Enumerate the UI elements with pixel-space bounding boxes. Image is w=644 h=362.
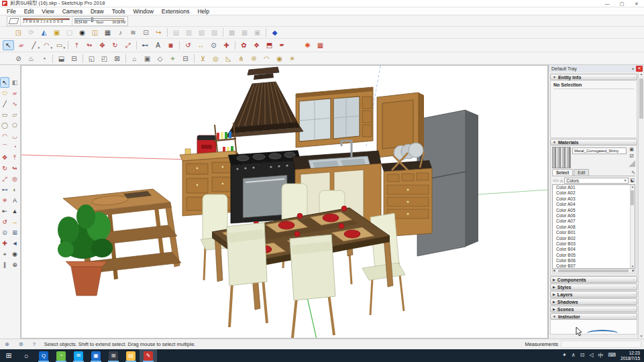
texture-box-icon[interactable]: ◫ (89, 27, 101, 38)
tray-keyboard-icon[interactable]: ⌨ (608, 352, 616, 359)
scrollbar-thumb[interactable] (639, 78, 643, 119)
browser-q-icon[interactable]: Q (35, 349, 52, 362)
style-ink-icon[interactable]: ✒ (276, 40, 288, 50)
potted-plant[interactable] (58, 204, 113, 296)
lumion-grid-icon[interactable]: ▦ (315, 40, 326, 50)
orbit-tool[interactable]: ↺ (0, 217, 9, 227)
vray-icon[interactable]: ◆ (269, 27, 280, 38)
rotate-tool[interactable]: ↻ (109, 40, 121, 50)
viewport-3d-scene[interactable] (21, 66, 548, 339)
color-list-item[interactable]: Color A04 (553, 202, 635, 207)
home-icon[interactable]: ⌂ (560, 178, 563, 183)
select-tool[interactable]: ↖ (3, 40, 14, 50)
wall-cabinet-glass[interactable] (296, 87, 373, 147)
share-model-icon[interactable]: ◭ (38, 27, 50, 38)
menu-help[interactable]: Help (193, 7, 213, 15)
sun-icon[interactable]: ☀ (286, 54, 298, 64)
tray-scrollbar[interactable]: ▲ ▼ (638, 72, 644, 339)
circle-tool[interactable]: ◯ (0, 120, 9, 131)
help-icon[interactable]: ? (32, 341, 35, 347)
minimize-button[interactable]: — (600, 0, 614, 7)
plugin-icon-4[interactable]: ▨ (209, 27, 220, 38)
section-plane-tool[interactable]: ⊕ (10, 259, 19, 270)
material-red-icon[interactable]: ✿ (238, 40, 250, 50)
rectangle-tool[interactable]: ▭ (0, 109, 9, 120)
follow-me-tool[interactable]: ↬ (84, 40, 95, 50)
measurements-field[interactable] (561, 341, 641, 348)
browser-360-icon[interactable]: ◔ (52, 349, 70, 362)
maximize-button[interactable]: ▢ (614, 0, 629, 7)
follow-me-tool[interactable]: ↬ (10, 163, 19, 174)
plugin-icon-2[interactable]: ▥ (183, 27, 195, 38)
details-icon[interactable]: ⬕ (630, 178, 635, 183)
eraser-tool[interactable]: ▰ (15, 40, 27, 50)
color-list-item[interactable]: Color B04 (553, 247, 635, 252)
menu-view[interactable]: View (38, 7, 58, 15)
color-list-item[interactable]: Color A06 (553, 213, 635, 219)
plugin-icon-7[interactable]: ▣ (252, 27, 263, 38)
menu-camera[interactable]: Camera (58, 7, 87, 15)
app-blue-icon[interactable]: ▣ (87, 349, 105, 362)
credits-icon[interactable]: ⊚ (19, 341, 23, 347)
dining-chair-front-left[interactable] (227, 223, 267, 327)
comment-icon[interactable]: ⊡ (140, 27, 152, 38)
dimension-tool[interactable]: ⇤ (0, 206, 9, 217)
send-to-layout-icon[interactable]: ⬒ (264, 40, 275, 50)
xray-icon[interactable]: ⊘ (13, 54, 24, 64)
create-material-icon[interactable]: ⚂ (629, 154, 633, 159)
hscrollbar-thumb[interactable] (558, 269, 629, 272)
color-list-item[interactable]: Color B03 (553, 241, 635, 247)
secondary-pane-icon[interactable]: ▣ (629, 147, 634, 152)
polygon-tool[interactable]: ⬠ (10, 120, 19, 131)
component-red-icon[interactable]: ❖ (251, 40, 262, 50)
section-options-icon[interactable]: ◦ (633, 307, 635, 311)
warehouse-icon[interactable]: ◳ (13, 27, 24, 38)
scroll-up-icon[interactable]: ▲ (631, 185, 635, 188)
menu-draw[interactable]: Draw (87, 7, 108, 15)
menu-edit[interactable]: Edit (20, 7, 38, 15)
zoom-window-tool[interactable]: ⊞ (10, 227, 19, 238)
tray-chevron-icon[interactable]: ∧ (572, 352, 576, 359)
section-shadows[interactable]: ▶ Shadows ◦ (550, 298, 637, 305)
push-pull-tool[interactable]: ⤒ (71, 40, 83, 50)
paint-bucket-tool[interactable]: ◙ (165, 40, 176, 50)
protractor-tool[interactable]: ◐ (10, 184, 19, 195)
rotated-rectangle-tool[interactable]: ▱ (10, 109, 19, 120)
menu-tools[interactable]: Tools (108, 7, 129, 15)
color-list-item[interactable]: Color B07 (553, 263, 635, 269)
teapot-shaded-icon[interactable]: ♨ (25, 54, 37, 64)
section-options-icon[interactable]: ◦ (633, 300, 635, 304)
shadow-date-slider[interactable]: J F M A M J J A S O N D (21, 17, 72, 25)
section-options-icon[interactable]: ◦ (633, 314, 635, 318)
menu-extensions[interactable]: Extensions (158, 7, 194, 15)
cortana-button[interactable]: ○ (17, 349, 35, 362)
walkthrough-icon[interactable]: ↪ (153, 27, 164, 38)
section-materials[interactable]: ▼ Materials ◦ (550, 139, 637, 145)
plugin-icon-1[interactable]: ▤ (170, 27, 182, 38)
shadow-house-icon[interactable]: ⌂ (129, 54, 140, 64)
offset-tool[interactable]: ◎ (10, 174, 19, 184)
scale-tool[interactable]: ⤢ (0, 174, 9, 184)
pin-icon[interactable]: ✦ (631, 66, 635, 71)
tape-measure-tool[interactable]: ⊷ (140, 40, 151, 50)
geolocation-icon[interactable]: ⊕ (5, 341, 9, 347)
tray-close-button[interactable]: ✕ (636, 66, 643, 72)
section-options-icon[interactable]: ◦ (633, 278, 635, 282)
plugin-icon-5[interactable]: ▩ (226, 27, 237, 38)
color-list-scrollbar[interactable]: ▲ ▼ (630, 185, 635, 268)
view-front-icon[interactable]: ◱ (86, 54, 97, 64)
section-entity-info[interactable]: ▼ Entity Info ◦ (550, 74, 637, 80)
orbit-tool[interactable]: ↺ (182, 40, 194, 50)
look-around-tool[interactable]: ◉ (10, 249, 19, 259)
material-name-field[interactable]: Metal_Corrogated_Shiny (572, 147, 627, 154)
zoom-tool[interactable]: ⊙ (208, 40, 219, 50)
range-hood[interactable] (225, 67, 303, 137)
zoom-extents-tool[interactable]: ✚ (0, 238, 9, 249)
shadow-time-slider[interactable]: 06:54 AM Noon 04:38 PM (72, 17, 127, 25)
section-cuts-icon[interactable]: ⊟ (68, 54, 80, 64)
tray-volume-icon[interactable]: ◁ (589, 352, 593, 359)
menu-file[interactable]: File (3, 7, 20, 15)
tab-edit[interactable]: Edit (574, 169, 589, 176)
set-square-icon[interactable]: ◺ (223, 54, 234, 64)
snowflake-icon[interactable]: ❊ (248, 54, 260, 64)
